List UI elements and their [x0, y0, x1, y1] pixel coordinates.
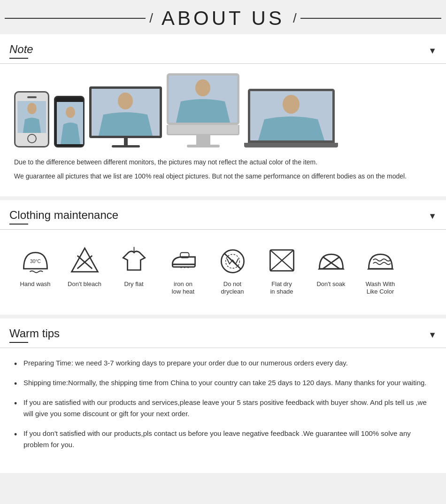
header-slash-left: /: [149, 11, 153, 26]
phone-2-outer: [54, 96, 85, 147]
phone-2-screen: [57, 102, 82, 141]
note-section: Note ▼: [0, 34, 446, 196]
phone-screen-content-1: [17, 101, 46, 133]
devices-row: [14, 73, 432, 147]
header-line-left: [5, 18, 146, 19]
imac-stand-base: [187, 145, 220, 147]
phone-device-1: [14, 91, 49, 147]
care-item-no-bleach: Don't bleach: [63, 244, 106, 288]
imac-stand-neck: [196, 135, 210, 145]
note-underline: [9, 58, 28, 59]
note-text-2: We guarantee all pictures that we list a…: [14, 171, 432, 182]
care-title-wrapper: Clothing maintenance: [9, 209, 118, 225]
header-slash-right: /: [293, 11, 297, 26]
care-item-flat-dry-shade: Flat dryin shade: [261, 244, 303, 296]
phone-screen-1: [14, 91, 49, 147]
svg-point-18: [180, 267, 182, 268]
tips-underline: [9, 342, 28, 343]
note-section-header[interactable]: Note ▼: [0, 34, 446, 64]
no-bleach-label: Don't bleach: [68, 280, 101, 288]
laptop-device: [244, 89, 338, 147]
care-item-no-dryclean: Do notdryclean: [211, 244, 254, 296]
laptop-screen: [248, 89, 335, 143]
header-line-right: [300, 18, 441, 19]
svg-line-22: [224, 254, 240, 269]
imac-device: [167, 73, 239, 147]
flat-dry-shade-icon: [265, 244, 298, 277]
care-collapse-arrow[interactable]: ▼: [428, 211, 437, 221]
no-soak-icon: [315, 244, 347, 277]
svg-text:30°C: 30°C: [30, 259, 41, 264]
tip-item-1: Preparing Time: we need 3-7 working days…: [14, 357, 432, 369]
svg-point-5: [118, 93, 133, 109]
tips-title-wrapper: Warm tips: [9, 327, 60, 343]
care-section: Clothing maintenance ▼ 30°C Hand wash: [0, 200, 446, 315]
svg-point-7: [195, 79, 210, 96]
tips-section-body: Preparing Time: we need 3-7 working days…: [0, 348, 446, 473]
tips-list: Preparing Time: we need 3-7 working days…: [14, 357, 432, 450]
page-title: ABOUT US: [161, 7, 285, 30]
handwash-icon: 30°C: [19, 244, 52, 277]
imac-screen: [167, 73, 239, 125]
svg-point-9: [283, 95, 300, 114]
monitor-screen: [89, 86, 162, 138]
monitor-neck: [124, 138, 128, 145]
tips-section: Warm tips ▼ Preparing Time: we need 3-7 …: [0, 318, 446, 473]
flat-dry-shade-label: Flat dryin shade: [270, 280, 293, 296]
note-section-body: Due to the difference between different …: [0, 64, 446, 196]
care-item-no-soak: Don't soak: [310, 244, 352, 288]
tip-item-4: If you don't satisfied with our products…: [14, 428, 432, 450]
no-dryclean-icon: [216, 244, 249, 277]
tips-section-title: Warm tips: [9, 327, 60, 340]
note-title-wrapper: Note: [9, 43, 33, 59]
care-section-header[interactable]: Clothing maintenance ▼: [0, 200, 446, 230]
no-dryclean-label: Do notdryclean: [221, 280, 244, 296]
dry-flat-label: Dry flat: [124, 280, 143, 288]
iron-low-icon: [167, 244, 200, 277]
tip-item-3: If you are satisfied with our products a…: [14, 397, 432, 419]
care-symbols-row: 30°C Hand wash: [14, 239, 432, 301]
wash-like-color-label: Wash WithLike Color: [366, 280, 395, 296]
svg-rect-16: [172, 264, 195, 267]
no-soak-label: Don't soak: [316, 280, 345, 288]
tips-collapse-arrow[interactable]: ▼: [428, 330, 437, 340]
monitor-device: [89, 86, 162, 147]
page-header: / ABOUT US /: [0, 0, 446, 34]
care-item-iron-low: iron onlow heat: [162, 244, 204, 296]
svg-point-3: [66, 107, 75, 118]
care-item-wash-like-color: Wash WithLike Color: [359, 244, 401, 296]
note-collapse-arrow[interactable]: ▼: [428, 46, 437, 56]
tip-text-2: Shipping time:Normally, the shipping tim…: [23, 379, 426, 387]
tips-section-header[interactable]: Warm tips ▼: [0, 318, 446, 348]
imac-chin: [167, 125, 239, 135]
care-section-title: Clothing maintenance: [9, 209, 118, 222]
handwash-label: Hand wash: [20, 280, 50, 288]
svg-point-1: [27, 103, 37, 114]
svg-point-19: [184, 267, 185, 268]
tip-text-3: If you are satisfied with our products a…: [23, 398, 427, 418]
care-item-dry-flat: Dry flat: [113, 244, 155, 288]
svg-point-20: [187, 267, 189, 268]
tip-text-4: If you don't satisfied with our products…: [23, 429, 411, 449]
wash-like-color-icon: [364, 244, 397, 277]
care-item-handwash: 30°C Hand wash: [14, 244, 56, 288]
care-section-body: 30°C Hand wash: [0, 230, 446, 315]
tip-item-2: Shipping time:Normally, the shipping tim…: [14, 377, 432, 388]
phone-device-2: [54, 96, 85, 147]
note-text-1: Due to the difference between different …: [14, 157, 432, 168]
tip-text-1: Preparing Time: we need 3-7 working days…: [23, 359, 348, 367]
no-bleach-icon: [68, 244, 101, 277]
laptop-base: [244, 143, 338, 147]
note-section-title: Note: [9, 43, 33, 56]
care-underline: [9, 224, 28, 225]
iron-low-label: iron onlow heat: [172, 280, 194, 296]
svg-marker-12: [71, 248, 98, 272]
monitor-base: [112, 145, 140, 147]
dry-flat-icon: [117, 244, 150, 277]
